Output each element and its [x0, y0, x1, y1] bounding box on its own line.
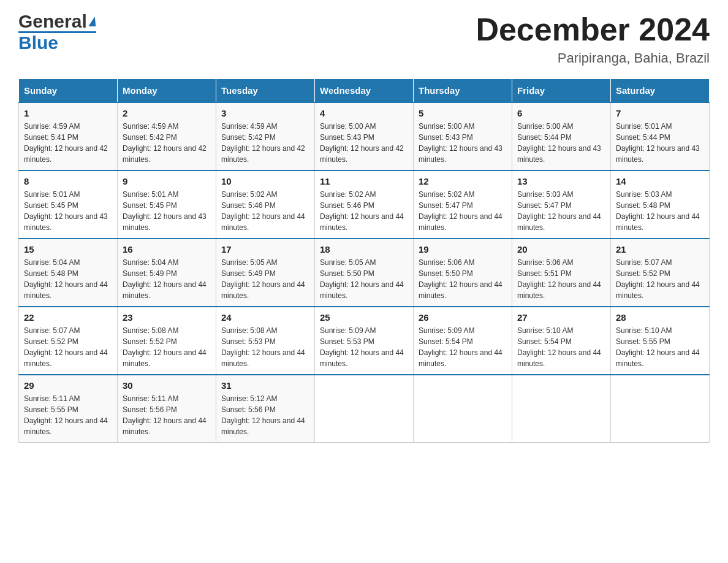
day-number: 16 — [123, 244, 211, 255]
calendar-day-cell: 20Sunrise: 5:06 AMSunset: 5:51 PMDayligh… — [512, 239, 611, 307]
day-number: 13 — [517, 176, 605, 186]
day-number: 23 — [123, 312, 211, 323]
calendar-day-cell: 23Sunrise: 5:08 AMSunset: 5:52 PMDayligh… — [118, 307, 216, 375]
day-number: 17 — [221, 244, 309, 255]
logo-triangle-icon — [88, 17, 96, 26]
day-info: Sunrise: 5:02 AMSunset: 5:46 PMDaylight:… — [221, 189, 309, 233]
day-number: 24 — [221, 312, 309, 323]
day-number: 30 — [123, 380, 211, 391]
day-info: Sunrise: 5:11 AMSunset: 5:55 PMDaylight:… — [24, 393, 112, 437]
day-number: 6 — [517, 108, 605, 118]
day-number: 15 — [24, 244, 112, 255]
calendar-day-cell: 15Sunrise: 5:04 AMSunset: 5:48 PMDayligh… — [19, 239, 118, 307]
calendar-day-cell: 2Sunrise: 4:59 AMSunset: 5:42 PMDaylight… — [118, 102, 216, 170]
calendar-day-cell: 30Sunrise: 5:11 AMSunset: 5:56 PMDayligh… — [118, 375, 216, 443]
calendar-day-cell: 13Sunrise: 5:03 AMSunset: 5:47 PMDayligh… — [512, 170, 611, 239]
location: Paripiranga, Bahia, Brazil — [476, 50, 710, 66]
day-number: 27 — [517, 312, 605, 323]
calendar-day-cell: 1Sunrise: 4:59 AMSunset: 5:41 PMDaylight… — [19, 102, 118, 170]
calendar-day-cell: 3Sunrise: 4:59 AMSunset: 5:42 PMDaylight… — [216, 102, 315, 170]
day-info: Sunrise: 5:12 AMSunset: 5:56 PMDaylight:… — [221, 393, 309, 437]
calendar-day-cell: 31Sunrise: 5:12 AMSunset: 5:56 PMDayligh… — [216, 375, 315, 443]
calendar-day-cell: 7Sunrise: 5:01 AMSunset: 5:44 PMDaylight… — [611, 102, 710, 170]
day-info: Sunrise: 5:04 AMSunset: 5:49 PMDaylight:… — [123, 257, 211, 301]
day-info: Sunrise: 5:08 AMSunset: 5:52 PMDaylight:… — [123, 325, 211, 369]
day-info: Sunrise: 5:06 AMSunset: 5:51 PMDaylight:… — [517, 257, 605, 301]
calendar-day-cell: 26Sunrise: 5:09 AMSunset: 5:54 PMDayligh… — [414, 307, 512, 375]
calendar-week-row: 29Sunrise: 5:11 AMSunset: 5:55 PMDayligh… — [19, 375, 710, 443]
days-of-week-row: SundayMondayTuesdayWednesdayThursdayFrid… — [19, 79, 710, 103]
day-of-week-header: Tuesday — [216, 79, 315, 103]
calendar-day-cell — [414, 375, 512, 443]
calendar-day-cell: 5Sunrise: 5:00 AMSunset: 5:43 PMDaylight… — [414, 102, 512, 170]
day-info: Sunrise: 5:01 AMSunset: 5:45 PMDaylight:… — [24, 189, 112, 233]
day-of-week-header: Thursday — [414, 79, 512, 103]
day-info: Sunrise: 5:00 AMSunset: 5:43 PMDaylight:… — [320, 121, 408, 165]
day-info: Sunrise: 5:08 AMSunset: 5:53 PMDaylight:… — [221, 325, 309, 369]
calendar-week-row: 15Sunrise: 5:04 AMSunset: 5:48 PMDayligh… — [19, 239, 710, 307]
day-number: 22 — [24, 312, 112, 323]
day-info: Sunrise: 5:02 AMSunset: 5:46 PMDaylight:… — [320, 189, 408, 233]
calendar-table: SundayMondayTuesdayWednesdayThursdayFrid… — [18, 79, 710, 443]
calendar-day-cell: 10Sunrise: 5:02 AMSunset: 5:46 PMDayligh… — [216, 170, 315, 239]
calendar-week-row: 1Sunrise: 4:59 AMSunset: 5:41 PMDaylight… — [19, 102, 710, 170]
calendar-day-cell: 16Sunrise: 5:04 AMSunset: 5:49 PMDayligh… — [118, 239, 216, 307]
day-info: Sunrise: 5:06 AMSunset: 5:50 PMDaylight:… — [419, 257, 507, 301]
calendar-day-cell — [315, 375, 414, 443]
calendar-day-cell: 29Sunrise: 5:11 AMSunset: 5:55 PMDayligh… — [19, 375, 118, 443]
day-info: Sunrise: 4:59 AMSunset: 5:42 PMDaylight:… — [123, 121, 211, 165]
calendar-day-cell: 18Sunrise: 5:05 AMSunset: 5:50 PMDayligh… — [315, 239, 414, 307]
calendar-day-cell: 21Sunrise: 5:07 AMSunset: 5:52 PMDayligh… — [611, 239, 710, 307]
calendar-day-cell: 8Sunrise: 5:01 AMSunset: 5:45 PMDaylight… — [19, 170, 118, 239]
day-number: 4 — [320, 108, 408, 118]
day-number: 31 — [221, 380, 309, 391]
logo-line2: Blue — [18, 31, 96, 52]
day-number: 11 — [320, 176, 408, 186]
day-number: 19 — [419, 244, 507, 255]
day-number: 29 — [24, 380, 112, 391]
calendar-week-row: 22Sunrise: 5:07 AMSunset: 5:52 PMDayligh… — [19, 307, 710, 375]
day-info: Sunrise: 5:05 AMSunset: 5:49 PMDaylight:… — [221, 257, 309, 301]
day-info: Sunrise: 5:10 AMSunset: 5:54 PMDaylight:… — [517, 325, 605, 369]
day-info: Sunrise: 5:07 AMSunset: 5:52 PMDaylight:… — [24, 325, 112, 369]
day-number: 10 — [221, 176, 309, 186]
calendar-week-row: 8Sunrise: 5:01 AMSunset: 5:45 PMDaylight… — [19, 170, 710, 239]
day-info: Sunrise: 5:03 AMSunset: 5:47 PMDaylight:… — [517, 189, 605, 233]
day-of-week-header: Saturday — [611, 79, 710, 103]
day-info: Sunrise: 5:09 AMSunset: 5:54 PMDaylight:… — [419, 325, 507, 369]
day-number: 21 — [616, 244, 704, 255]
day-number: 5 — [419, 108, 507, 118]
day-info: Sunrise: 5:10 AMSunset: 5:55 PMDaylight:… — [616, 325, 704, 369]
calendar-day-cell: 4Sunrise: 5:00 AMSunset: 5:43 PMDaylight… — [315, 102, 414, 170]
day-info: Sunrise: 5:07 AMSunset: 5:52 PMDaylight:… — [616, 257, 704, 301]
calendar-day-cell: 17Sunrise: 5:05 AMSunset: 5:49 PMDayligh… — [216, 239, 315, 307]
calendar-day-cell: 19Sunrise: 5:06 AMSunset: 5:50 PMDayligh… — [414, 239, 512, 307]
day-info: Sunrise: 5:04 AMSunset: 5:48 PMDaylight:… — [24, 257, 112, 301]
day-info: Sunrise: 5:05 AMSunset: 5:50 PMDaylight:… — [320, 257, 408, 301]
day-number: 14 — [616, 176, 704, 186]
day-number: 8 — [24, 176, 112, 186]
day-info: Sunrise: 5:02 AMSunset: 5:47 PMDaylight:… — [419, 189, 507, 233]
day-number: 7 — [616, 108, 704, 118]
calendar-day-cell: 25Sunrise: 5:09 AMSunset: 5:53 PMDayligh… — [315, 307, 414, 375]
calendar-day-cell: 24Sunrise: 5:08 AMSunset: 5:53 PMDayligh… — [216, 307, 315, 375]
calendar-day-cell: 12Sunrise: 5:02 AMSunset: 5:47 PMDayligh… — [414, 170, 512, 239]
day-number: 9 — [123, 176, 211, 186]
calendar-body: 1Sunrise: 4:59 AMSunset: 5:41 PMDaylight… — [19, 102, 710, 443]
month-title: December 2024 — [476, 12, 710, 47]
day-info: Sunrise: 4:59 AMSunset: 5:42 PMDaylight:… — [221, 121, 309, 165]
day-of-week-header: Sunday — [19, 79, 118, 103]
day-info: Sunrise: 4:59 AMSunset: 5:41 PMDaylight:… — [24, 121, 112, 165]
calendar-day-cell: 27Sunrise: 5:10 AMSunset: 5:54 PMDayligh… — [512, 307, 611, 375]
calendar-day-cell: 14Sunrise: 5:03 AMSunset: 5:48 PMDayligh… — [611, 170, 710, 239]
calendar-header: SundayMondayTuesdayWednesdayThursdayFrid… — [19, 79, 710, 103]
day-number: 18 — [320, 244, 408, 255]
day-number: 25 — [320, 312, 408, 323]
calendar-day-cell: 6Sunrise: 5:00 AMSunset: 5:44 PMDaylight… — [512, 102, 611, 170]
day-number: 28 — [616, 312, 704, 323]
day-info: Sunrise: 5:00 AMSunset: 5:43 PMDaylight:… — [419, 121, 507, 165]
day-of-week-header: Friday — [512, 79, 611, 103]
day-number: 26 — [419, 312, 507, 323]
calendar-day-cell: 28Sunrise: 5:10 AMSunset: 5:55 PMDayligh… — [611, 307, 710, 375]
logo-block: General Blue — [18, 12, 96, 52]
